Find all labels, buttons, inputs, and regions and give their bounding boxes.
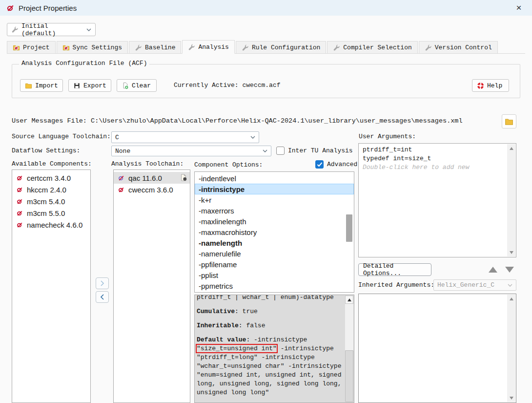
export-button[interactable]: Export xyxy=(68,79,111,92)
check-icon xyxy=(317,162,323,167)
option-name: -maxlinelength xyxy=(199,217,246,226)
inherited-arguments-select[interactable]: Helix_Generic_C xyxy=(433,279,516,291)
tab-compiler-selection[interactable]: Compiler Selection xyxy=(327,41,417,53)
wrench-icon xyxy=(425,44,432,51)
option-name: -namerulefile xyxy=(199,250,241,258)
detailed-options-button[interactable]: Detailed Options... xyxy=(358,263,431,276)
remove-component-button[interactable] xyxy=(96,291,109,303)
option-item[interactable]: -pplist xyxy=(195,270,354,280)
default-value-line: Default value: -intrinsictype "size_t=un… xyxy=(197,336,346,397)
option-name: -maxmacrohistory xyxy=(199,228,257,236)
options-scrollbar[interactable] xyxy=(345,172,353,292)
description-scrollbar[interactable] xyxy=(345,296,353,402)
list-item[interactable]: certccm 3.4.0 xyxy=(12,172,90,184)
inherited-arguments-value: Helix_Generic_C xyxy=(437,281,494,289)
inter-tu-analysis-checkbox[interactable] xyxy=(276,147,285,155)
qac-component-icon xyxy=(16,210,23,217)
option-item[interactable]: -k+r xyxy=(195,194,354,205)
option-item[interactable]: -indentlevel xyxy=(195,173,354,184)
inherited-arguments-panel xyxy=(358,294,516,403)
browse-user-messages-button[interactable] xyxy=(502,114,516,128)
folder-icon xyxy=(505,117,513,126)
move-up-icon[interactable] xyxy=(489,267,497,273)
tab-label: Analysis xyxy=(198,43,228,51)
option-item[interactable]: -namerulefile xyxy=(195,248,354,259)
annotation-red-box: "size_t=unsigned int" xyxy=(197,345,277,352)
user-argument[interactable]: ptrdiff_t=int xyxy=(363,146,512,154)
advanced-label: Advanced xyxy=(327,159,357,170)
tab-label: Compiler Selection xyxy=(343,44,411,51)
inheritable-value: : false xyxy=(239,322,266,329)
wrench-icon xyxy=(135,44,142,51)
tab-sync-settings[interactable]: Sync Settings xyxy=(57,41,128,53)
chevron-left-icon xyxy=(100,294,104,300)
option-item[interactable]: -namelength xyxy=(195,237,354,248)
list-item[interactable]: m3cm 5.5.0 xyxy=(12,207,90,219)
inherited-arguments-label: Inherited Arguments: xyxy=(358,279,434,291)
clear-button[interactable]: Clear xyxy=(117,79,157,92)
option-description-panel: ptrdiff_t | wchar_t | enum)-datatype Cum… xyxy=(194,295,354,403)
project-properties-dialog: Project Properties × Initial (default) P… xyxy=(0,0,532,403)
analysis-toolchain-label: Analysis Toolchain: xyxy=(111,158,184,170)
tab-label: Rule Configuration xyxy=(252,44,320,51)
cumulative-value: : true xyxy=(235,308,258,315)
option-item-selected[interactable]: -intrinsictype xyxy=(195,184,354,194)
tab-analysis[interactable]: Analysis xyxy=(182,40,234,54)
option-item[interactable]: -ppfilename xyxy=(195,259,354,270)
help-lifering-icon xyxy=(477,82,484,89)
scroll-up-icon[interactable] xyxy=(345,296,353,304)
add-new-placeholder[interactable]: Double-click here to add new xyxy=(363,163,512,172)
panel-scrollbar[interactable] xyxy=(507,295,515,402)
wrench-icon xyxy=(188,43,195,51)
tab-version-control[interactable]: Version Control xyxy=(419,41,498,53)
list-item[interactable]: cweccm 3.6.0 xyxy=(114,184,190,195)
list-item[interactable]: namecheck 4.6.0 xyxy=(12,219,90,231)
tab-bar: Project Sync Settings Baseline Analysis … xyxy=(7,40,525,54)
tab-label: Sync Settings xyxy=(73,44,122,51)
inheritable-line: Inheritable: false xyxy=(197,321,346,330)
option-name: -k+r xyxy=(199,196,211,204)
configuration-preset-select[interactable]: Initial (default) xyxy=(7,23,96,36)
qac-component-icon xyxy=(118,174,125,182)
advanced-checkbox[interactable] xyxy=(315,160,324,169)
scroll-up-icon[interactable] xyxy=(507,144,515,152)
scroll-down-icon[interactable] xyxy=(507,248,515,256)
scroll-down-icon[interactable] xyxy=(507,394,515,402)
list-item[interactable]: hkccm 2.4.0 xyxy=(12,184,90,195)
move-down-icon[interactable] xyxy=(505,267,514,273)
wrench-icon xyxy=(242,44,249,51)
option-item[interactable]: -ppmetrics xyxy=(195,280,354,291)
scrollbar-thumb[interactable] xyxy=(345,350,353,402)
window-title: Project Properties xyxy=(19,4,77,12)
user-argument[interactable]: typedef int=size_t xyxy=(363,154,512,163)
source-language-select[interactable]: C xyxy=(111,131,259,143)
option-item[interactable]: -maxerrors xyxy=(195,205,354,216)
tab-baseline[interactable]: Baseline xyxy=(129,41,181,53)
option-item[interactable]: -maxmacrohistory xyxy=(195,227,354,237)
option-name: -pplist xyxy=(199,271,218,279)
component-name: hkccm 2.4.0 xyxy=(27,186,66,194)
option-name: -intrinsictype xyxy=(199,185,245,193)
tab-project[interactable]: Project xyxy=(7,41,56,53)
import-button[interactable]: Import xyxy=(20,79,63,92)
help-button[interactable]: Help xyxy=(472,79,509,92)
option-item[interactable]: -maxlinelength xyxy=(195,216,354,227)
folder-badge-icon xyxy=(13,44,20,51)
scroll-up-icon[interactable] xyxy=(507,295,515,303)
user-arguments-panel[interactable]: ptrdiff_t=int typedef int=size_t Double-… xyxy=(358,143,516,257)
tab-label: Version Control xyxy=(435,44,492,51)
list-item[interactable]: m3cm 5.4.0 xyxy=(12,195,90,207)
user-arguments-scrollbar[interactable] xyxy=(507,144,515,256)
dataflow-settings-select[interactable]: None xyxy=(111,146,271,156)
close-icon[interactable]: × xyxy=(512,1,525,14)
inter-tu-analysis-label: Inter TU Analysis xyxy=(288,145,353,157)
list-item-selected[interactable]: qac 11.6.0 xyxy=(114,172,190,184)
component-name: namecheck 4.6.0 xyxy=(27,221,82,229)
tab-rule-configuration[interactable]: Rule Configuration xyxy=(236,41,326,53)
floppy-disk-icon xyxy=(73,82,81,89)
currently-active-text: Currently Active: cweccm.acf xyxy=(174,79,280,92)
option-name: -namelength xyxy=(199,239,242,247)
scrollbar-thumb[interactable] xyxy=(346,214,352,242)
add-component-button[interactable] xyxy=(96,277,109,289)
available-components-label: Available Components: xyxy=(12,158,92,170)
